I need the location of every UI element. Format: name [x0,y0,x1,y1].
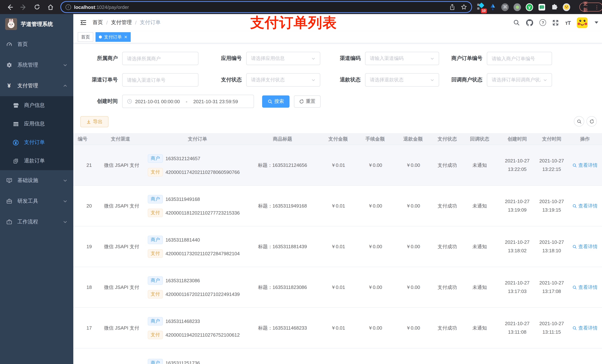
chevron-down-icon [63,220,67,224]
command-extension-icon[interactable]: ⌘ [502,3,509,11]
refund-status-select[interactable]: 请选择退款状态 [365,73,439,87]
pay-status: 支付成功 [434,267,460,307]
merchant-order-no: 1635311823086 [165,278,200,283]
product-title: 标题：1635312124656 [247,145,318,185]
help-icon[interactable]: ? [540,19,546,26]
user-avatar[interactable] [577,17,588,28]
order-id: 17 [73,308,96,348]
notify-status: 未通知 [460,308,499,348]
created-time: 2021-10-2713:17:03 [499,267,535,307]
breadcrumb-home[interactable]: 首页 [93,19,103,26]
breadcrumb-current: 支付订单 [140,19,161,26]
sidebar-item-infrastructure[interactable]: 基础设施 [0,170,73,191]
pay-channel: 微信 JSAPI 支付 [96,308,146,348]
search-icon[interactable] [513,19,520,26]
view-detail-link[interactable]: 查看详情 [572,243,598,250]
sidebar-item-workflow[interactable]: 工作流程 [0,212,73,232]
create-time-range-picker[interactable]: 2021-10-01 00:00:00 - 2021-10-31 23:59:5… [122,95,254,108]
app-select[interactable]: 请选择应用信息 [246,52,320,65]
back-icon[interactable] [7,4,13,10]
callback-status-select[interactable]: 请选择订单回调商户状态 [487,73,552,87]
merchant-badge: 商户 [148,154,163,163]
extensions-puzzle-icon[interactable] [550,3,558,11]
channel-pay-no: 4200001167202110271022491439 [165,291,240,297]
refund-amount: ￥0.00 [392,145,434,185]
channel-order-no-input[interactable] [122,73,198,87]
page-annotation: 支付订单列表 [250,15,337,30]
pay-order-cell: 商户 1635311468233 支付 42000011942021102767… [146,308,247,348]
extensions-row: 10 ⌘ y 更新 ⋮ [476,3,602,11]
export-button[interactable]: 导出 [80,116,108,127]
grid-icon [13,121,19,127]
reset-button[interactable]: 重置 [294,95,321,107]
close-icon[interactable]: ✕ [124,35,127,39]
sidebar-item-pay-order[interactable]: 支付订单 [0,133,73,152]
home-icon[interactable] [47,4,54,10]
sidebar-item-home[interactable]: 首页 [0,34,73,55]
profile-avatar-icon[interactable] [563,3,570,11]
view-detail-link[interactable]: 查看详情 [572,325,598,331]
pay-channel: 微信 JSAPI 支付 [96,267,146,307]
sidebar-item-system[interactable]: 系统管理 [0,55,73,75]
pay-channel: 微信 JSAPI 支付 [96,226,146,267]
view-detail-link[interactable]: 查看详情 [572,162,598,168]
shop-icon [13,103,19,108]
merchant-badge: 商户 [148,276,163,285]
toggle-search-button[interactable] [574,116,584,126]
dot-extension-icon[interactable] [514,3,521,11]
fullscreen-icon[interactable] [553,20,559,26]
tag-pay-order[interactable]: 支付订单 ✕ [96,32,131,42]
browser-update-button[interactable]: 更新 ⋮ [580,3,602,11]
order-id: 20 [73,186,96,226]
sidebar-item-dev-tools[interactable]: 研发工具 [0,191,73,212]
pay-status: 支付成功 [434,145,460,185]
channel-code-select[interactable]: 请输入渠道编码 [365,52,439,65]
pay-status-select[interactable]: 请选择支付状态 [246,73,320,87]
github-icon[interactable] [526,19,533,26]
view-detail-link[interactable]: 查看详情 [572,284,598,291]
notify-status: 未通知 [460,226,499,267]
chevron-down-icon [311,56,315,61]
reload-icon[interactable] [34,4,40,10]
pay-amount: ￥0.01 [318,267,358,307]
chat-extension-icon[interactable] [538,3,546,11]
sidebar-item-payment[interactable]: ¥ 支付管理 [0,75,73,96]
sidebar-item-merchant-info[interactable]: 商户信息 [0,96,73,115]
pay-channel: 微信 JSAPI 支付 [96,145,146,185]
breadcrumb-section[interactable]: 支付管理 [111,19,132,26]
sidebar-item-refund-order[interactable]: 退款订单 [0,152,73,170]
wappalyzer-extension-icon[interactable]: 10 [476,3,484,11]
merchant-input[interactable] [122,52,198,65]
refund-status-label: 退款状态 [323,77,365,83]
font-size-icon[interactable]: тT [565,20,570,26]
sidebar-collapse-icon[interactable] [77,19,90,26]
created-time: 2021-10-2713:18:02 [499,226,535,267]
table-header: 编号 支付渠道 支付订单 商品标题 支付金额 手续金额 退款金额 支付状态 回调… [73,133,602,145]
merchant-order-no: 1635311949168 [165,196,200,202]
paid-time: 2021-10-2713:11:15 [535,308,568,348]
browser-menu-icon[interactable]: ⋮ [594,4,599,10]
tag-home[interactable]: 首页 [78,32,93,42]
share-icon[interactable] [450,4,455,10]
merchant-order-no-input[interactable] [487,52,552,65]
notify-status: 未通知 [460,267,499,307]
bookmark-star-icon[interactable] [461,4,467,10]
caret-down-icon[interactable] [595,21,598,24]
create-time-label: 创建时间 [82,98,122,105]
table-row: 17 微信 JSAPI 支付 商户 1635311468233 支付 42000… [73,308,602,348]
chevron-down-icon [311,78,315,82]
url-bar[interactable]: i localhost:1024/pay/order [61,2,471,12]
site-info-icon[interactable]: i [65,4,71,10]
y-extension-icon[interactable]: y [526,3,533,11]
kite-extension-icon[interactable] [489,3,496,11]
forward-icon[interactable] [20,4,27,10]
search-button[interactable]: 搜索 [262,95,290,107]
view-detail-link[interactable]: 查看详情 [572,203,598,209]
briefcase-icon [6,219,12,225]
pay-status: 支付成功 [434,226,460,267]
fee-amount: ￥0.00 [358,145,392,185]
sidebar-item-app-info[interactable]: 应用信息 [0,115,73,133]
sidebar-logo[interactable]: 芋道管理系统 [0,14,73,34]
fee-amount: ￥0.00 [358,186,392,226]
refresh-button[interactable] [586,116,597,126]
